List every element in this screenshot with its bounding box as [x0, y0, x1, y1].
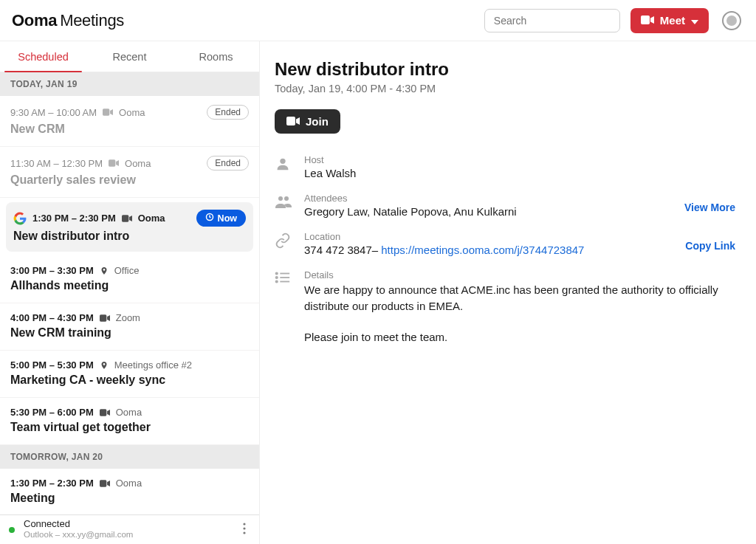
video-icon: [286, 115, 300, 128]
meeting-title: New CRM: [10, 123, 249, 136]
meeting-title: New distributor intro: [13, 230, 246, 243]
meeting-link[interactable]: https://meetings.ooma.com/j/3744723847: [381, 244, 584, 256]
meeting-item[interactable]: 9:30 AM – 10:00 AM Ooma Ended New CRM: [0, 96, 259, 147]
meeting-item[interactable]: 11:30 AM – 12:30 PM Ooma Ended Quarterly…: [0, 147, 259, 198]
join-button[interactable]: Join: [275, 109, 340, 134]
meet-button[interactable]: Meet: [630, 8, 709, 33]
svg-point-15: [276, 272, 278, 274]
svg-point-9: [243, 527, 245, 529]
svg-rect-7: [100, 480, 106, 486]
meeting-provider: Meetings office #2: [114, 359, 192, 371]
field-details: Details We are happy to announce that AC…: [275, 269, 735, 345]
svg-rect-3: [122, 215, 128, 221]
search-input[interactable]: [484, 9, 620, 32]
meeting-provider: Ooma: [116, 478, 142, 489]
topbar: Ooma Meetings Meet: [0, 0, 756, 41]
join-label: Join: [306, 115, 329, 128]
meeting-item[interactable]: 5:30 PM – 6:00 PM Ooma Team virtual get …: [0, 398, 259, 445]
meeting-item[interactable]: 3:00 PM – 3:30 PM Office Allhands meetin…: [0, 256, 259, 303]
video-icon: [100, 314, 110, 322]
meeting-provider: Ooma: [125, 158, 151, 169]
meeting-provider: Ooma: [138, 213, 165, 224]
connection-account: Outlook – xxx.yy@gmail.com: [24, 530, 133, 540]
meeting-item-selected[interactable]: 1:30 PM – 2:30 PM Ooma Now New distribut…: [6, 202, 253, 252]
svg-point-13: [278, 196, 283, 201]
meeting-time: 11:30 AM – 12:30 PM: [10, 158, 103, 169]
connection-status-bar: Connected Outlook – xxx.yy@gmail.com: [0, 514, 259, 544]
profile-avatar[interactable]: [722, 11, 741, 30]
meeting-item[interactable]: 4:00 PM – 4:30 PM Zoom New CRM training: [0, 303, 259, 351]
detail-pane: New distributor intro Today, Jan 19, 4:0…: [260, 41, 756, 544]
tab-recent[interactable]: Recent: [86, 41, 173, 72]
brand-logo: Ooma Meetings: [12, 11, 124, 30]
meeting-provider: Office: [114, 265, 140, 276]
ended-pill: Ended: [207, 156, 249, 171]
location-label: Location: [304, 231, 673, 242]
people-icon: [275, 194, 292, 212]
view-more-link[interactable]: View More: [684, 202, 735, 213]
svg-rect-1: [103, 109, 109, 115]
section-tomorrow: TOMORROW, JAN 20: [0, 445, 259, 469]
location-pin-icon: [100, 266, 109, 276]
meeting-provider: Ooma: [119, 107, 145, 118]
video-icon: [122, 215, 132, 222]
meeting-time: 3:00 PM – 3:30 PM: [10, 265, 94, 276]
svg-point-14: [284, 196, 289, 201]
tab-scheduled[interactable]: Scheduled: [0, 41, 86, 72]
person-icon: [275, 156, 292, 175]
host-label: Host: [304, 154, 735, 165]
video-icon: [109, 159, 119, 167]
location-value: 374 472 3847– https://meetings.ooma.com/…: [304, 244, 673, 256]
detail-title: New distributor intro: [275, 59, 735, 80]
google-icon: [13, 212, 27, 225]
details-paragraph-2: Please join to meet the team.: [304, 329, 735, 345]
video-icon: [100, 409, 110, 416]
meeting-time: 4:00 PM – 4:30 PM: [10, 312, 94, 323]
svg-point-8: [243, 523, 245, 525]
tab-rooms[interactable]: Rooms: [173, 41, 259, 72]
meeting-title: Quarterly sales review: [10, 173, 249, 187]
meeting-title: Meeting: [10, 492, 249, 505]
status-dot-icon: [9, 527, 15, 533]
brand-primary: Ooma: [12, 11, 57, 30]
meeting-time: 9:30 AM – 10:00 AM: [10, 107, 97, 118]
meeting-item[interactable]: 5:00 PM – 5:30 PM Meetings office #2 Mar…: [0, 351, 259, 398]
field-location: Location 374 472 3847– https://meetings.…: [275, 231, 735, 256]
meeting-time: 1:30 PM – 2:30 PM: [10, 478, 94, 489]
chevron-down-icon: [691, 14, 698, 27]
video-icon: [641, 14, 654, 27]
svg-rect-5: [100, 314, 106, 321]
field-attendees: Attendees Gregory Law, Natalie Popova, A…: [275, 193, 735, 218]
meeting-time: 5:00 PM – 5:30 PM: [10, 359, 94, 371]
video-icon: [100, 480, 110, 487]
field-host: Host Lea Walsh: [275, 154, 735, 179]
more-menu-button[interactable]: [238, 520, 250, 540]
sidebar: Scheduled Recent Rooms TODAY, JAN 19 9:3…: [0, 41, 260, 544]
svg-point-17: [276, 277, 278, 278]
list-icon: [275, 271, 292, 287]
meeting-item[interactable]: 1:30 PM – 2:30 PM Ooma Meeting: [0, 469, 259, 515]
detail-time: Today, Jan 19, 4:00 PM - 4:30 PM: [275, 83, 735, 94]
section-today: TODAY, JAN 19: [0, 72, 259, 96]
now-pill: Now: [196, 210, 246, 227]
meeting-title: Marketing CA - weekly sync: [10, 373, 249, 387]
attendees-label: Attendees: [304, 193, 673, 204]
meeting-time: 1:30 PM – 2:30 PM: [32, 213, 116, 224]
svg-point-10: [243, 531, 245, 534]
attendees-value: Gregory Law, Natalie Popova, Anu Kulkarn…: [304, 205, 673, 218]
ended-pill: Ended: [207, 105, 249, 120]
svg-rect-6: [100, 409, 106, 416]
svg-point-12: [280, 159, 285, 164]
sidebar-tabs: Scheduled Recent Rooms: [0, 41, 259, 72]
host-value: Lea Walsh: [304, 167, 735, 179]
video-icon: [103, 109, 113, 116]
svg-rect-0: [641, 16, 650, 24]
meeting-title: Team virtual get together: [10, 421, 249, 434]
meeting-title: Allhands meeting: [10, 279, 249, 292]
brand-secondary: Meetings: [60, 11, 124, 30]
location-pin-icon: [100, 360, 109, 371]
link-icon: [275, 233, 292, 252]
meeting-title: New CRM training: [10, 326, 249, 340]
copy-link[interactable]: Copy Link: [685, 240, 735, 252]
connection-status: Connected: [24, 519, 133, 530]
